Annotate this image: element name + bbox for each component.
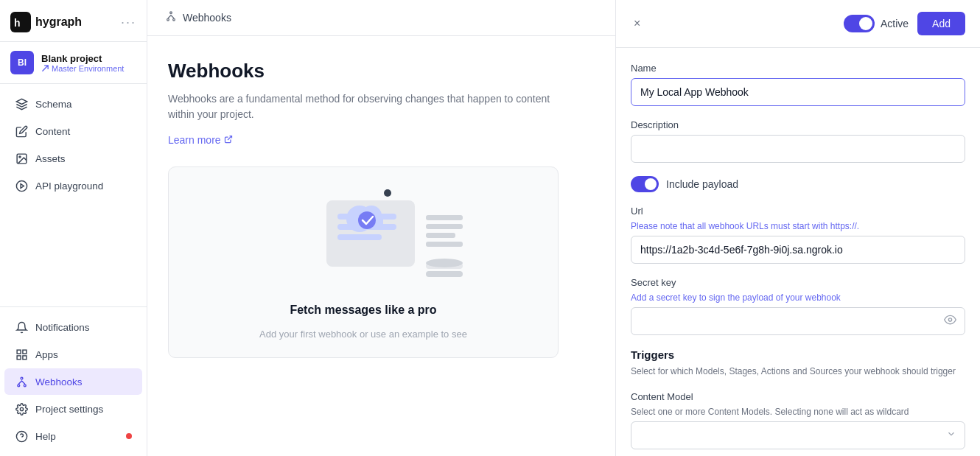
svg-rect-30 — [426, 224, 463, 229]
sidebar-item-label: Schema — [35, 99, 72, 110]
url-input[interactable] — [631, 236, 965, 264]
active-toggle-row: Active — [844, 15, 909, 32]
env-icon — [41, 64, 49, 72]
sidebar-item-assets[interactable]: Assets — [4, 145, 142, 172]
sidebar-item-project-settings[interactable]: Project settings — [4, 396, 142, 422]
project-env: Master Environment — [41, 64, 124, 73]
bell-icon — [15, 320, 28, 334]
svg-point-37 — [948, 318, 951, 321]
add-button[interactable]: Add — [917, 12, 965, 35]
svg-point-18 — [173, 18, 175, 21]
svg-point-12 — [24, 385, 26, 387]
fetch-sub: Add your first webhook or use an example… — [259, 329, 467, 340]
content-model-select[interactable] — [631, 421, 965, 449]
sidebar-item-webhooks[interactable]: Webhooks — [4, 368, 142, 395]
triggers-title: Triggers — [631, 348, 965, 361]
sidebar-item-label: Content — [35, 126, 70, 137]
svg-rect-32 — [426, 242, 463, 247]
panel-actions: Active Add — [844, 12, 965, 35]
main-header-title: Webhooks — [183, 12, 231, 24]
svg-text:h: h — [14, 17, 21, 29]
triggers-group: Triggers Select for which Models, Stages… — [631, 348, 965, 378]
eye-icon[interactable] — [944, 314, 956, 329]
sidebar-item-label: Apps — [35, 349, 58, 360]
svg-rect-34 — [426, 271, 463, 277]
description-input[interactable] — [631, 135, 965, 163]
panel-overlay: × Active Add Name Description Include pa… — [615, 0, 980, 456]
svg-rect-9 — [22, 355, 26, 359]
project-info[interactable]: BI Blank project Master Environment — [0, 42, 147, 84]
webhook-illustration: Fetch messages like a pro Add your first… — [168, 166, 559, 358]
url-form-group: Url Please note that all webhook URLs mu… — [631, 206, 965, 264]
sidebar-nav: Schema Content Assets API playground — [0, 84, 147, 306]
external-link-icon — [224, 135, 233, 146]
content-model-group: Content Model Select one or more Content… — [631, 391, 965, 449]
name-input[interactable] — [631, 78, 965, 106]
content-model-select-wrapper — [631, 421, 965, 449]
include-payload-label: Include payload — [666, 178, 738, 190]
settings-icon — [15, 402, 28, 415]
illustration-svg — [253, 186, 474, 304]
fetch-title: Fetch messages like a pro — [290, 304, 436, 317]
svg-rect-7 — [17, 350, 21, 354]
triggers-desc: Select for which Models, Stages, Actions… — [631, 365, 965, 378]
sidebar-item-apps[interactable]: Apps — [4, 341, 142, 368]
file-edit-icon — [15, 124, 28, 138]
sidebar-item-label: Notifications — [35, 322, 90, 333]
help-circle-icon — [15, 429, 28, 443]
svg-line-20 — [228, 136, 232, 140]
sidebar-item-label: Webhooks — [35, 376, 83, 387]
active-label: Active — [881, 18, 909, 29]
sidebar-item-schema[interactable]: Schema — [4, 91, 142, 117]
secret-key-label: Secret key — [631, 277, 965, 288]
sidebar-item-content[interactable]: Content — [4, 118, 142, 144]
sidebar-item-help[interactable]: Help — [4, 423, 142, 449]
panel-close-button[interactable]: × — [631, 14, 643, 33]
grid-icon — [15, 348, 28, 361]
name-label: Name — [631, 63, 965, 74]
name-form-group: Name — [631, 63, 965, 106]
sidebar-item-label: Help — [35, 431, 56, 442]
sidebar: h hygraph ··· BI Blank project Master En… — [0, 0, 147, 456]
sidebar-more-icon[interactable]: ··· — [121, 15, 136, 30]
url-label: Url — [631, 206, 965, 217]
svg-point-13 — [21, 377, 23, 379]
webhooks-header-icon — [165, 10, 177, 25]
avatar: BI — [10, 51, 34, 74]
panel-body: Name Description Include payload Url Ple… — [616, 48, 980, 456]
content-model-hint: Select one or more Content Models. Selec… — [631, 407, 965, 417]
svg-point-28 — [358, 211, 376, 229]
logo-text: hygraph — [35, 15, 82, 29]
page-desc: Webhooks are a fundamental method for ob… — [168, 91, 573, 122]
secret-key-hint: Add a secret key to sign the payload of … — [631, 292, 965, 303]
svg-point-17 — [167, 18, 169, 21]
sidebar-item-notifications[interactable]: Notifications — [4, 314, 142, 340]
active-toggle-switch[interactable] — [844, 15, 875, 32]
sidebar-item-label: Project settings — [35, 404, 103, 415]
svg-point-14 — [20, 407, 23, 410]
svg-point-19 — [170, 12, 172, 14]
secret-key-input[interactable] — [631, 307, 965, 335]
include-payload-row: Include payload — [631, 176, 965, 192]
sidebar-logo: h hygraph — [10, 12, 82, 32]
content-model-label: Content Model — [631, 391, 965, 402]
image-icon — [15, 152, 28, 165]
svg-rect-24 — [337, 234, 382, 240]
secret-key-form-group: Secret key Add a secret key to sign the … — [631, 277, 965, 335]
layers-icon — [15, 97, 28, 111]
svg-point-36 — [384, 189, 391, 197]
illustration-text: Fetch messages like a pro Add your first… — [259, 304, 467, 340]
include-payload-toggle[interactable] — [631, 176, 659, 192]
project-name: Blank project — [41, 53, 124, 64]
svg-rect-31 — [426, 233, 455, 238]
webhook-icon — [15, 375, 28, 388]
svg-rect-29 — [426, 215, 463, 220]
svg-marker-2 — [16, 99, 27, 104]
secret-key-wrapper — [631, 307, 965, 335]
sidebar-item-api-playground[interactable]: API playground — [4, 172, 142, 199]
svg-point-4 — [18, 155, 20, 157]
svg-rect-10 — [17, 355, 21, 359]
url-hint: Please note that all webhook URLs must s… — [631, 221, 965, 231]
sidebar-bottom: Notifications Apps Webhooks Project sett… — [0, 306, 147, 456]
sidebar-item-label: API playground — [35, 180, 103, 192]
